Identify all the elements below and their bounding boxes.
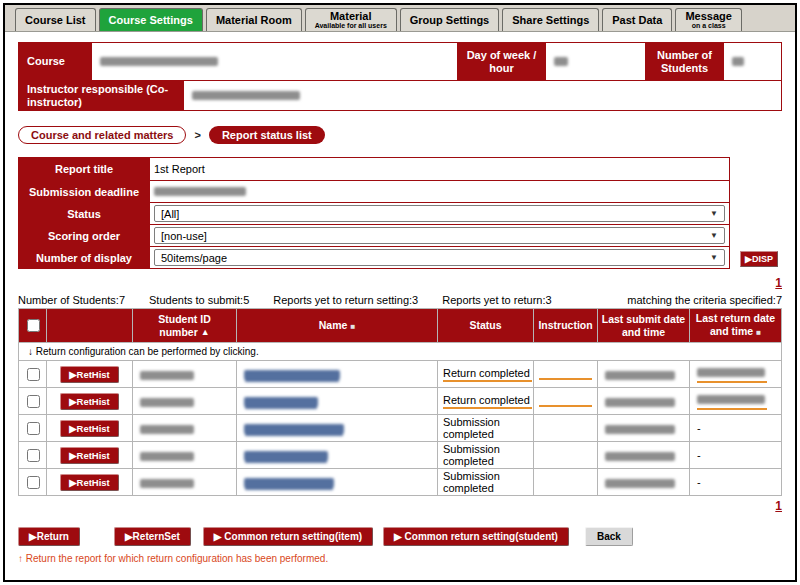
student-id-redacted xyxy=(140,425,194,434)
tab-label: Material xyxy=(330,10,372,22)
last-return-header[interactable]: Last return date and time■ xyxy=(690,309,782,343)
rethist-button[interactable]: ▶RetHist xyxy=(60,420,119,437)
row-checkbox[interactable] xyxy=(27,368,40,381)
instruction-header: Instruction xyxy=(534,309,598,343)
status-value: Return completed xyxy=(443,367,532,382)
tab-label: Course Settings xyxy=(109,14,193,26)
last-return-value: - xyxy=(697,476,701,488)
stat-matching-criteria: matching the criteria specified:7 xyxy=(627,294,782,306)
course-label: Course xyxy=(19,43,91,80)
row-checkbox[interactable] xyxy=(27,476,40,489)
row-checkbox[interactable] xyxy=(27,449,40,462)
student-id-redacted xyxy=(140,452,194,461)
instruction-underline xyxy=(539,394,592,407)
display-count-select-value: 50items/page xyxy=(161,252,227,264)
back-button[interactable]: Back xyxy=(585,527,633,546)
student-id-header[interactable]: Student ID number▲ xyxy=(133,309,237,343)
report-status-table: Student ID number▲ Name■ Status Instruct… xyxy=(18,308,782,496)
instructor-name-redacted xyxy=(192,91,300,100)
tab-course-list[interactable]: Course List xyxy=(15,8,96,31)
tab-material[interactable]: Material Available for all users xyxy=(305,8,397,31)
status-value: Return completed xyxy=(443,394,532,409)
student-id-redacted xyxy=(140,371,194,380)
name-header[interactable]: Name■ xyxy=(237,309,438,343)
tab-material-room[interactable]: Material Room xyxy=(206,8,302,31)
last-submit-redacted xyxy=(605,371,675,380)
page-link-1[interactable]: 1 xyxy=(775,499,782,513)
sort-toggle-icon[interactable]: ■ xyxy=(350,322,355,331)
scoring-order-label: Scoring order xyxy=(19,225,149,246)
student-name-link-redacted[interactable] xyxy=(244,424,344,434)
scoring-order-select[interactable]: [non-use] ▼ xyxy=(154,227,725,244)
tab-past-data[interactable]: Past Data xyxy=(602,8,672,31)
footer-buttons: ▶Return ▶ReternSet ▶ Common return setti… xyxy=(18,527,782,546)
select-all-checkbox[interactable] xyxy=(27,319,40,332)
student-id-redacted xyxy=(140,398,194,407)
student-name-link-redacted[interactable] xyxy=(244,397,318,407)
submission-deadline-redacted xyxy=(154,187,246,196)
row-checkbox[interactable] xyxy=(27,395,40,408)
footer-note: ↑ Return the report for which return con… xyxy=(18,553,782,564)
status-value: Submission completed xyxy=(443,470,532,494)
disp-button[interactable]: ▶DISP xyxy=(740,251,778,267)
retern-set-button[interactable]: ▶ReternSet xyxy=(114,527,191,546)
status-select-value: [All] xyxy=(161,208,179,220)
sort-ascending-icon[interactable]: ▲ xyxy=(201,327,210,337)
status-header: Status xyxy=(438,309,534,343)
course-info-table: Course Day of week / hour Number of Stud… xyxy=(18,42,782,111)
student-name-link-redacted[interactable] xyxy=(244,478,334,488)
tab-label: Material Room xyxy=(216,14,292,26)
table-row: ▶RetHist Submission completed - xyxy=(19,442,782,469)
tab-label: Message xyxy=(685,10,731,22)
table-row: ▶RetHist Return completed xyxy=(19,388,782,415)
chevron-down-icon: ▼ xyxy=(710,209,718,218)
table-row: ▶RetHist Submission completed - xyxy=(19,415,782,442)
last-return-redacted xyxy=(697,368,765,377)
tab-group-settings[interactable]: Group Settings xyxy=(400,8,499,31)
course-value-cell xyxy=(91,43,457,80)
table-row: ▶RetHist Submission completed - xyxy=(19,469,782,496)
last-return-header-label: Last return date and time xyxy=(696,312,775,337)
last-submit-redacted xyxy=(605,479,675,488)
page-link-1[interactable]: 1 xyxy=(775,276,782,290)
last-return-underline xyxy=(697,393,767,410)
tab-message[interactable]: Message on a class xyxy=(675,8,741,31)
rethist-button[interactable]: ▶RetHist xyxy=(60,447,119,464)
breadcrumb: Course and related matters > Report stat… xyxy=(18,126,782,144)
last-submit-redacted xyxy=(605,452,675,461)
student-name-link-redacted[interactable] xyxy=(244,451,328,461)
common-return-setting-student-button[interactable]: ▶ Common return setting(student) xyxy=(383,527,569,546)
tab-sublabel: Available for all users xyxy=(315,22,387,30)
number-of-display-label: Number of display xyxy=(19,247,149,268)
status-select[interactable]: [All] ▼ xyxy=(154,205,725,222)
tab-share-settings[interactable]: Share Settings xyxy=(502,8,599,31)
chevron-down-icon: ▼ xyxy=(710,253,718,262)
select-all-header-cell xyxy=(19,309,47,343)
student-name-link-redacted[interactable] xyxy=(244,370,340,380)
report-status-list-badge: Report status list xyxy=(209,126,325,144)
table-row: ▶RetHist Return completed xyxy=(19,361,782,388)
stat-yet-return: Reports yet to return:3 xyxy=(442,294,551,306)
number-of-students-redacted xyxy=(732,57,744,66)
tab-course-settings[interactable]: Course Settings xyxy=(99,8,203,31)
stat-students-to-submit: Students to submit:5 xyxy=(149,294,249,306)
row-checkbox[interactable] xyxy=(27,422,40,435)
rethist-button[interactable]: ▶RetHist xyxy=(60,474,119,491)
tab-label: Past Data xyxy=(612,14,662,26)
rethist-button[interactable]: ▶RetHist xyxy=(60,366,119,383)
breadcrumb-separator: > xyxy=(194,129,200,141)
name-header-label: Name xyxy=(319,319,348,331)
submission-deadline-label: Submission deadline xyxy=(19,181,149,202)
sort-toggle-icon[interactable]: ■ xyxy=(756,328,761,337)
common-return-setting-item-button[interactable]: ▶ Common return setting(item) xyxy=(203,527,373,546)
stat-yet-return-setting: Reports yet to return setting:3 xyxy=(273,294,418,306)
status-value: Submission completed xyxy=(443,443,532,467)
course-related-matters-button[interactable]: Course and related matters xyxy=(18,126,186,144)
instructor-label: Instructor responsible (Co-instructor) xyxy=(19,81,183,110)
submission-deadline-value xyxy=(149,181,729,202)
scoring-order-select-value: [non-use] xyxy=(161,230,207,242)
rethist-button[interactable]: ▶RetHist xyxy=(60,393,119,410)
display-count-select[interactable]: 50items/page ▼ xyxy=(154,249,725,266)
tab-label: Share Settings xyxy=(512,14,589,26)
return-button[interactable]: ▶Return xyxy=(18,527,80,546)
